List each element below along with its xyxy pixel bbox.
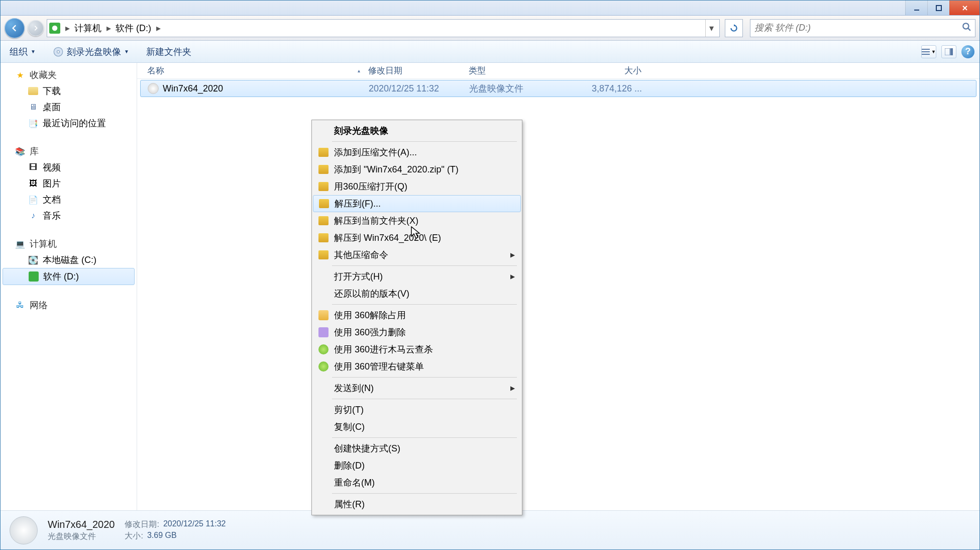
toolbar: 组织▼ 刻录光盘映像▼ 新建文件夹 ▼ ? [1,41,979,63]
sidebar-recent[interactable]: 📑最近访问的位置 [1,115,137,131]
svg-rect-8 [922,54,930,55]
disc-icon [53,46,64,57]
separator [332,399,517,399]
cm-label: 使用 360解除占用 [334,309,406,321]
cm-label: 解压到(F)... [335,198,381,210]
navigation-bar: ▸ 计算机 ▸ 软件 (D:) ▸ ▾ [1,16,979,41]
cm-360-unlock[interactable]: 使用 360解除占用 [313,307,521,324]
cm-add-to-zip[interactable]: 添加到 "Win7x64_2020.zip" (T) [313,161,521,178]
360-icon [318,361,329,372]
details-pane: Win7x64_2020 光盘映像文件 修改日期:2020/12/25 11:3… [1,510,979,549]
organize-label: 组织 [10,46,28,58]
view-options-button[interactable]: ▼ [921,45,936,58]
breadcrumb-drive[interactable]: 软件 (D:) [113,20,154,37]
cm-360-manage-menu[interactable]: 使用 360管理右键菜单 [313,358,521,375]
sidebar-music[interactable]: ♪音乐 [1,208,137,224]
search-icon [962,22,971,34]
sidebar-videos[interactable]: 🎞视频 [1,159,137,175]
separator [332,493,517,494]
cm-label: 其他压缩命令 [334,249,388,261]
file-name: Win7x64_2020 [163,83,223,94]
separator [332,304,517,305]
column-type[interactable]: 类型 [465,65,565,76]
burn-disc-image-button[interactable]: 刻录光盘映像▼ [49,44,133,60]
svg-point-3 [963,23,968,29]
chevron-right-icon[interactable]: ▸ [154,23,162,34]
window-minimize-button[interactable] [905,1,927,15]
address-bar[interactable]: ▸ 计算机 ▸ 软件 (D:) ▸ ▾ [47,19,720,37]
archive-icon [318,181,329,192]
sidebar-libraries[interactable]: 📚库 [1,143,137,159]
separator [332,437,517,438]
column-headers[interactable]: 名称▴ 修改日期 类型 大小 [137,63,979,79]
new-folder-label: 新建文件夹 [146,46,191,58]
column-name[interactable]: 名称▴ [143,65,364,76]
details-filetype: 光盘映像文件 [48,531,115,542]
cm-cut[interactable]: 剪切(T) [313,401,521,418]
cm-label: 打开方式(H) [334,270,383,283]
desktop-icon: 🖥 [28,102,39,113]
cm-copy[interactable]: 复制(C) [313,418,521,435]
search-input[interactable] [754,23,971,33]
sidebar-drive-c[interactable]: 💽本地磁盘 (C:) [1,252,137,268]
cm-burn-disc-image[interactable]: 刻录光盘映像 [313,122,521,139]
cm-extract-to-folder[interactable]: 解压到 Win7x64_2020\ (E) [313,229,521,246]
sidebar-documents[interactable]: 📄文档 [1,192,137,208]
cm-360-scan[interactable]: 使用 360进行木马云查杀 [313,341,521,358]
column-date[interactable]: 修改日期 [364,65,465,76]
cm-open-with-360zip[interactable]: 用360压缩打开(Q) [313,178,521,195]
computer-icon: 💻 [15,238,26,249]
sidebar-computer[interactable]: 💻计算机 [1,236,137,252]
chevron-right-icon[interactable]: ▸ [63,23,71,34]
cm-360-force-delete[interactable]: 使用 360强力删除 [313,324,521,341]
sidebar-network[interactable]: 🖧网络 [1,297,137,313]
new-folder-button[interactable]: 新建文件夹 [142,44,195,60]
sidebar-downloads[interactable]: 下载 [1,83,137,99]
svg-rect-7 [922,51,930,52]
sidebar-favorites[interactable]: ★收藏夹 [1,67,137,83]
sidebar-pictures[interactable]: 🖼图片 [1,175,137,192]
window-close-button[interactable] [949,1,979,15]
context-menu[interactable]: 刻录光盘映像 添加到压缩文件(A)... 添加到 "Win7x64_2020.z… [311,120,522,515]
file-thumbnail-icon [10,516,38,544]
file-list[interactable]: Win7x64_2020 2020/12/25 11:32 光盘映像文件 3,8… [137,79,979,510]
star-icon: ★ [15,69,26,80]
submenu-arrow-icon: ▶ [510,385,515,392]
cm-other-compress[interactable]: 其他压缩命令▶ [313,246,521,263]
sidebar-item-label: 桌面 [43,101,61,113]
cm-send-to[interactable]: 发送到(N)▶ [313,380,521,397]
cm-rename[interactable]: 重命名(M) [313,474,521,491]
breadcrumb-computer[interactable]: 计算机 [71,20,104,37]
sidebar-desktop[interactable]: 🖥桌面 [1,99,137,115]
refresh-button[interactable] [725,19,743,37]
search-box[interactable] [750,19,975,37]
navigation-pane[interactable]: ★收藏夹 下载 🖥桌面 📑最近访问的位置 📚库 🎞视频 🖼图片 📄文档 ♪音乐 … [1,63,137,510]
cm-open-with[interactable]: 打开方式(H)▶ [313,268,521,285]
nav-forward-button[interactable] [28,20,44,36]
organize-button[interactable]: 组织▼ [6,44,40,60]
burn-label: 刻录光盘映像 [67,46,121,58]
nav-back-button[interactable] [5,18,25,38]
file-row[interactable]: Win7x64_2020 2020/12/25 11:32 光盘映像文件 3,8… [140,80,976,97]
chevron-right-icon[interactable]: ▸ [104,23,113,34]
sidebar-drive-d[interactable]: 软件 (D:) [3,268,135,285]
file-type: 光盘映像文件 [465,82,566,95]
cm-extract-to[interactable]: 解压到(F)... [313,195,521,212]
window-maximize-button[interactable] [927,1,949,15]
360-icon [318,344,329,355]
cm-restore-previous[interactable]: 还原以前的版本(V) [313,285,521,302]
column-size[interactable]: 大小 [565,65,645,76]
cm-label: 解压到 Win7x64_2020\ (E) [334,232,441,244]
cm-label: 添加到压缩文件(A)... [334,146,417,158]
help-button[interactable]: ? [961,45,974,58]
cm-delete[interactable]: 删除(D) [313,457,521,474]
cm-create-shortcut[interactable]: 创建快捷方式(S) [313,440,521,457]
cm-add-to-archive[interactable]: 添加到压缩文件(A)... [313,144,521,161]
address-dropdown[interactable]: ▾ [705,20,717,37]
cm-properties[interactable]: 属性(R) [313,496,521,513]
cm-extract-here[interactable]: 解压到当前文件夹(X) [313,212,521,229]
column-name-label: 名称 [147,65,164,76]
location-icon [49,23,60,34]
details-date-label: 修改日期: [125,519,159,530]
preview-pane-button[interactable] [941,45,956,58]
